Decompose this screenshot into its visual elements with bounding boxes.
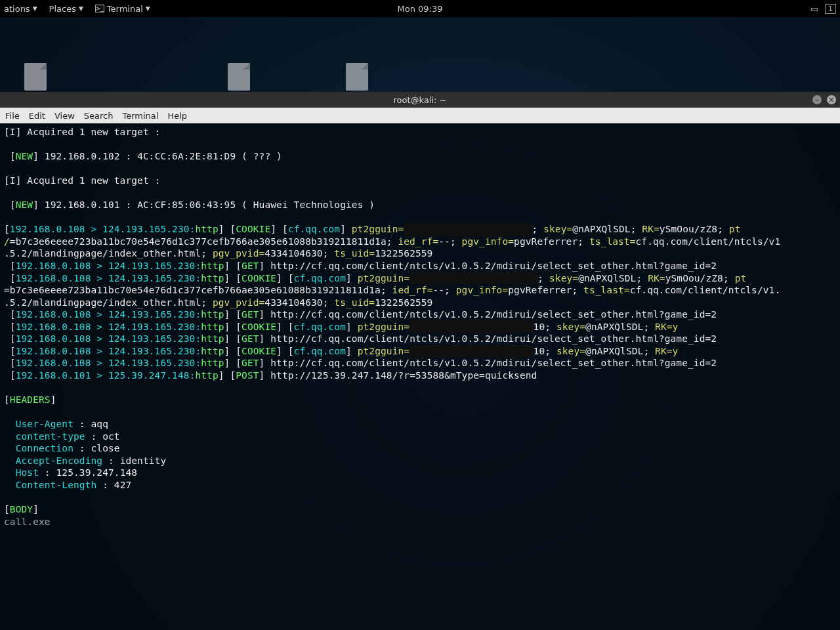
applications-menu[interactable]: ations ▼: [4, 4, 37, 14]
applications-label: ations: [4, 4, 30, 14]
menu-view[interactable]: View: [54, 111, 75, 121]
chevron-down-icon: ▼: [79, 5, 83, 12]
system-tray: ▭ 1: [810, 4, 836, 14]
places-label: Places: [49, 4, 76, 14]
workspace-indicator[interactable]: 1: [825, 4, 836, 14]
close-button[interactable]: ×: [827, 95, 836, 104]
places-menu[interactable]: Places ▼: [49, 4, 83, 14]
terminal-icon: >_: [95, 5, 104, 12]
terminal-menubar: File Edit View Search Terminal Help: [0, 108, 840, 123]
terminal-label: Terminal: [107, 4, 143, 14]
clock[interactable]: Mon 09:39: [397, 4, 442, 14]
chevron-down-icon: ▼: [146, 5, 150, 12]
window-titlebar[interactable]: root@kali: ~ – ×: [0, 92, 840, 108]
menu-terminal[interactable]: Terminal: [122, 111, 158, 121]
minimize-button[interactable]: –: [812, 95, 822, 104]
terminal-app-indicator[interactable]: >_ Terminal ▼: [95, 4, 150, 14]
chevron-down-icon: ▼: [33, 5, 37, 12]
window-title: root@kali: ~: [394, 95, 447, 105]
gnome-top-panel: ations ▼ Places ▼ >_ Terminal ▼ Mon 09:3…: [0, 0, 840, 17]
menu-edit[interactable]: Edit: [29, 111, 45, 121]
menu-help[interactable]: Help: [167, 111, 187, 121]
menu-file[interactable]: File: [5, 111, 20, 121]
menu-search[interactable]: Search: [84, 111, 114, 121]
terminal-window: root@kali: ~ – × File Edit View Search T…: [0, 92, 840, 630]
terminal-output[interactable]: [I] Acquired 1 new target : [NEW] 192.16…: [0, 123, 840, 630]
video-icon[interactable]: ▭: [810, 4, 818, 14]
